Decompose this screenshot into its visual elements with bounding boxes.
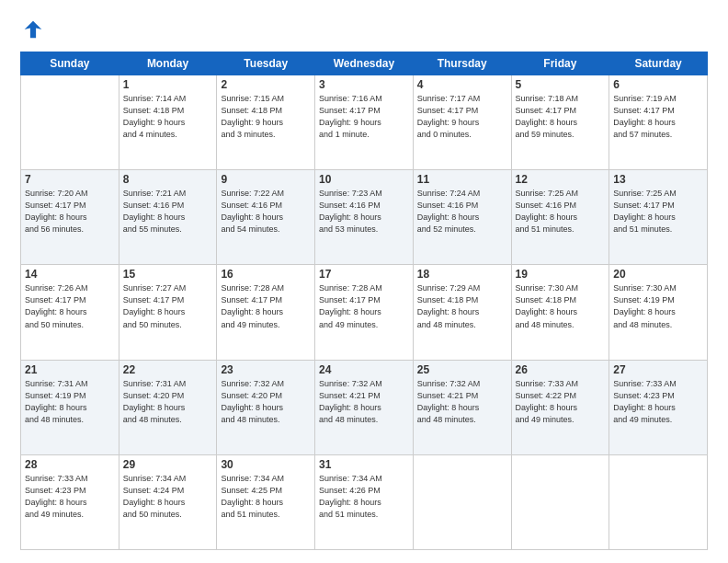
calendar-cell xyxy=(413,454,511,549)
calendar-cell: 19Sunrise: 7:30 AMSunset: 4:18 PMDayligh… xyxy=(511,265,609,360)
day-info: Sunrise: 7:30 AMSunset: 4:18 PMDaylight:… xyxy=(516,282,606,330)
day-number: 15 xyxy=(123,268,213,281)
day-info: Sunrise: 7:25 AMSunset: 4:17 PMDaylight:… xyxy=(613,188,703,236)
calendar-week-row: 7Sunrise: 7:20 AMSunset: 4:17 PMDaylight… xyxy=(21,170,708,265)
day-number: 18 xyxy=(417,268,507,281)
column-header-wednesday: Wednesday xyxy=(315,52,414,75)
day-number: 6 xyxy=(613,78,703,91)
day-info: Sunrise: 7:16 AMSunset: 4:17 PMDaylight:… xyxy=(319,93,409,141)
day-number: 4 xyxy=(417,78,507,91)
calendar-cell: 22Sunrise: 7:31 AMSunset: 4:20 PMDayligh… xyxy=(119,360,217,454)
calendar-cell: 1Sunrise: 7:14 AMSunset: 4:18 PMDaylight… xyxy=(119,75,217,170)
day-number: 28 xyxy=(25,458,115,471)
calendar-cell: 12Sunrise: 7:25 AMSunset: 4:16 PMDayligh… xyxy=(511,170,609,265)
day-number: 29 xyxy=(123,458,213,471)
day-info: Sunrise: 7:14 AMSunset: 4:18 PMDaylight:… xyxy=(123,93,213,141)
calendar-cell xyxy=(511,454,609,549)
calendar-cell: 2Sunrise: 7:15 AMSunset: 4:18 PMDaylight… xyxy=(217,75,315,170)
calendar-cell: 10Sunrise: 7:23 AMSunset: 4:16 PMDayligh… xyxy=(315,170,414,265)
calendar-cell: 8Sunrise: 7:21 AMSunset: 4:16 PMDaylight… xyxy=(119,170,217,265)
calendar-cell: 26Sunrise: 7:33 AMSunset: 4:22 PMDayligh… xyxy=(511,360,609,454)
column-header-sunday: Sunday xyxy=(21,52,119,75)
day-number: 7 xyxy=(25,173,115,186)
day-number: 9 xyxy=(221,173,311,186)
day-info: Sunrise: 7:28 AMSunset: 4:17 PMDaylight:… xyxy=(319,282,409,330)
day-number: 21 xyxy=(25,363,115,376)
day-info: Sunrise: 7:15 AMSunset: 4:18 PMDaylight:… xyxy=(221,93,311,141)
calendar-cell: 27Sunrise: 7:33 AMSunset: 4:23 PMDayligh… xyxy=(609,360,708,454)
calendar-cell: 15Sunrise: 7:27 AMSunset: 4:17 PMDayligh… xyxy=(119,265,217,360)
day-number: 16 xyxy=(221,268,311,281)
day-info: Sunrise: 7:32 AMSunset: 4:20 PMDaylight:… xyxy=(221,378,311,426)
calendar-cell: 24Sunrise: 7:32 AMSunset: 4:21 PMDayligh… xyxy=(315,360,414,454)
day-number: 2 xyxy=(221,78,311,91)
day-number: 12 xyxy=(516,173,606,186)
calendar-week-row: 14Sunrise: 7:26 AMSunset: 4:17 PMDayligh… xyxy=(21,265,708,360)
calendar-week-row: 21Sunrise: 7:31 AMSunset: 4:19 PMDayligh… xyxy=(21,360,708,454)
header xyxy=(20,17,708,42)
calendar-cell xyxy=(21,75,119,170)
calendar-cell: 17Sunrise: 7:28 AMSunset: 4:17 PMDayligh… xyxy=(315,265,414,360)
day-number: 31 xyxy=(319,458,409,471)
day-number: 25 xyxy=(417,363,507,376)
calendar-cell: 13Sunrise: 7:25 AMSunset: 4:17 PMDayligh… xyxy=(609,170,708,265)
day-number: 10 xyxy=(319,173,409,186)
calendar-cell: 30Sunrise: 7:34 AMSunset: 4:25 PMDayligh… xyxy=(217,454,315,549)
calendar-cell: 28Sunrise: 7:33 AMSunset: 4:23 PMDayligh… xyxy=(21,454,119,549)
day-info: Sunrise: 7:29 AMSunset: 4:18 PMDaylight:… xyxy=(417,282,507,330)
calendar-cell: 18Sunrise: 7:29 AMSunset: 4:18 PMDayligh… xyxy=(413,265,511,360)
day-info: Sunrise: 7:25 AMSunset: 4:16 PMDaylight:… xyxy=(516,188,606,236)
calendar-header-row: SundayMondayTuesdayWednesdayThursdayFrid… xyxy=(21,52,708,75)
day-info: Sunrise: 7:27 AMSunset: 4:17 PMDaylight:… xyxy=(123,282,213,330)
day-number: 24 xyxy=(319,363,409,376)
page: SundayMondayTuesdayWednesdayThursdayFrid… xyxy=(0,0,728,563)
calendar-cell xyxy=(609,454,708,549)
day-info: Sunrise: 7:18 AMSunset: 4:17 PMDaylight:… xyxy=(516,93,606,141)
day-info: Sunrise: 7:31 AMSunset: 4:20 PMDaylight:… xyxy=(123,378,213,426)
day-number: 26 xyxy=(516,363,606,376)
logo-icon xyxy=(20,17,46,42)
calendar-cell: 5Sunrise: 7:18 AMSunset: 4:17 PMDaylight… xyxy=(511,75,609,170)
day-info: Sunrise: 7:31 AMSunset: 4:19 PMDaylight:… xyxy=(25,378,115,426)
day-info: Sunrise: 7:20 AMSunset: 4:17 PMDaylight:… xyxy=(25,188,115,236)
day-number: 22 xyxy=(123,363,213,376)
day-info: Sunrise: 7:34 AMSunset: 4:25 PMDaylight:… xyxy=(221,473,311,521)
day-info: Sunrise: 7:26 AMSunset: 4:17 PMDaylight:… xyxy=(25,282,115,330)
day-number: 13 xyxy=(613,173,703,186)
day-number: 23 xyxy=(221,363,311,376)
day-info: Sunrise: 7:17 AMSunset: 4:17 PMDaylight:… xyxy=(417,93,507,141)
calendar-cell: 16Sunrise: 7:28 AMSunset: 4:17 PMDayligh… xyxy=(217,265,315,360)
calendar-cell: 31Sunrise: 7:34 AMSunset: 4:26 PMDayligh… xyxy=(315,454,414,549)
column-header-friday: Friday xyxy=(511,52,609,75)
calendar-cell: 9Sunrise: 7:22 AMSunset: 4:16 PMDaylight… xyxy=(217,170,315,265)
day-number: 19 xyxy=(516,268,606,281)
day-number: 30 xyxy=(221,458,311,471)
day-info: Sunrise: 7:33 AMSunset: 4:23 PMDaylight:… xyxy=(613,378,703,426)
calendar-cell: 14Sunrise: 7:26 AMSunset: 4:17 PMDayligh… xyxy=(21,265,119,360)
day-number: 11 xyxy=(417,173,507,186)
day-number: 8 xyxy=(123,173,213,186)
day-info: Sunrise: 7:32 AMSunset: 4:21 PMDaylight:… xyxy=(319,378,409,426)
logo xyxy=(20,17,50,42)
calendar-cell: 20Sunrise: 7:30 AMSunset: 4:19 PMDayligh… xyxy=(609,265,708,360)
calendar-cell: 23Sunrise: 7:32 AMSunset: 4:20 PMDayligh… xyxy=(217,360,315,454)
day-number: 5 xyxy=(516,78,606,91)
day-number: 1 xyxy=(123,78,213,91)
calendar-table: SundayMondayTuesdayWednesdayThursdayFrid… xyxy=(20,52,708,550)
column-header-monday: Monday xyxy=(119,52,217,75)
day-info: Sunrise: 7:22 AMSunset: 4:16 PMDaylight:… xyxy=(221,188,311,236)
calendar-cell: 21Sunrise: 7:31 AMSunset: 4:19 PMDayligh… xyxy=(21,360,119,454)
calendar-cell: 6Sunrise: 7:19 AMSunset: 4:17 PMDaylight… xyxy=(609,75,708,170)
day-info: Sunrise: 7:21 AMSunset: 4:16 PMDaylight:… xyxy=(123,188,213,236)
day-info: Sunrise: 7:24 AMSunset: 4:16 PMDaylight:… xyxy=(417,188,507,236)
day-number: 14 xyxy=(25,268,115,281)
day-info: Sunrise: 7:32 AMSunset: 4:21 PMDaylight:… xyxy=(417,378,507,426)
calendar-week-row: 28Sunrise: 7:33 AMSunset: 4:23 PMDayligh… xyxy=(21,454,708,549)
day-number: 27 xyxy=(613,363,703,376)
day-number: 3 xyxy=(319,78,409,91)
column-header-thursday: Thursday xyxy=(413,52,511,75)
day-number: 17 xyxy=(319,268,409,281)
day-info: Sunrise: 7:23 AMSunset: 4:16 PMDaylight:… xyxy=(319,188,409,236)
day-info: Sunrise: 7:28 AMSunset: 4:17 PMDaylight:… xyxy=(221,282,311,330)
day-info: Sunrise: 7:19 AMSunset: 4:17 PMDaylight:… xyxy=(613,93,703,141)
